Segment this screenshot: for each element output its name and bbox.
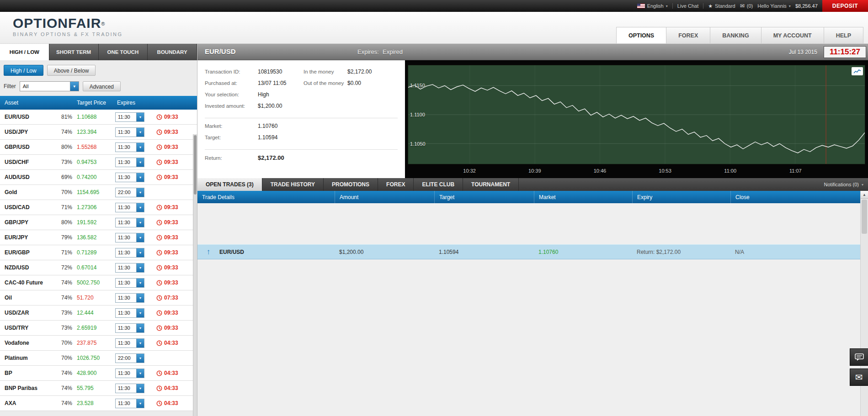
deposit-button[interactable]: DEPOSIT [822, 0, 868, 12]
messages-indicator[interactable]: ✉ (0) [740, 3, 753, 9]
asset-row-aud-usd[interactable]: AUD/USD69%0.7420011:30▼09:33 [0, 170, 197, 185]
chevron-down-icon[interactable]: ▼ [136, 158, 144, 167]
expiry-select[interactable]: 11:30▼ [115, 278, 144, 288]
column-target-price: Target Price [77, 100, 117, 106]
option-tab-one-touch[interactable]: ONE TOUCH [99, 44, 148, 60]
expiry-select[interactable]: 11:30▼ [115, 293, 144, 303]
asset-row-nzd-usd[interactable]: NZD/USD72%0.6701411:30▼09:33 [0, 260, 197, 275]
expiry-select[interactable]: 11:30▼ [115, 142, 144, 152]
filter-select[interactable]: All ▼ [20, 81, 79, 91]
contact-email-button[interactable]: ✉ [850, 369, 868, 386]
bottom-tab-forex[interactable]: FOREX [378, 178, 414, 191]
expiry-select[interactable]: 11:30▼ [115, 338, 144, 348]
option-tab-high-low[interactable]: HIGH / LOW [0, 44, 49, 60]
expiry-select[interactable]: 11:30▼ [115, 263, 144, 273]
chevron-down-icon[interactable]: ▼ [136, 279, 144, 287]
expiry-select[interactable]: 11:30▼ [115, 384, 144, 393]
asset-row-usd-zar[interactable]: USD/ZAR73%12.44411:30▼09:33 [0, 305, 197, 321]
nav-tab-help[interactable]: HELP [824, 27, 863, 43]
nav-tab-my-account[interactable]: MY ACCOUNT [761, 27, 824, 43]
nav-tab-options[interactable]: OPTIONS [616, 27, 666, 43]
bottom-tab-open-trades-3[interactable]: OPEN TRADES (3) [197, 178, 262, 191]
option-type-tabs: HIGH / LOWSHORT TERMONE TOUCHBOUNDARY [0, 44, 197, 60]
asset-price: 23.528 [77, 400, 115, 406]
expiry-select[interactable]: 11:30▼ [115, 369, 144, 378]
chevron-down-icon[interactable]: ▼ [136, 399, 144, 408]
expiry-select[interactable]: 22:00▼ [115, 188, 144, 197]
notifications-toggle[interactable]: Notifications (0) ▾ [824, 178, 863, 191]
asset-row-eur-usd[interactable]: EUR/USD81%1.1068811:30▼09:33 [0, 110, 197, 125]
user-menu[interactable]: Hello Yiannis ▾ [757, 3, 791, 9]
expiry-select[interactable]: 11:30▼ [115, 308, 144, 318]
chart-type-icon[interactable] [852, 67, 863, 75]
asset-row-platinum[interactable]: Platinum70%1026.75022:00▼ [0, 351, 197, 366]
chevron-down-icon[interactable]: ▼ [136, 339, 144, 348]
chevron-down-icon[interactable]: ▼ [136, 203, 144, 212]
scrollbar-thumb[interactable] [862, 200, 867, 234]
asset-row-gbp-jpy[interactable]: GBP/JPY80%191.59211:30▼09:33 [0, 215, 197, 230]
expiry-select[interactable]: 11:30▼ [115, 248, 144, 258]
asset-row-usd-cad[interactable]: USD/CAD71%1.2730611:30▼09:33 [0, 200, 197, 215]
scroll-up-icon[interactable]: ▲ [861, 191, 868, 199]
scrollbar-thumb[interactable] [194, 135, 197, 195]
chevron-down-icon[interactable]: ▼ [136, 263, 144, 272]
chevron-down-icon[interactable]: ▼ [136, 218, 144, 227]
asset-row-axa[interactable]: AXA74%23.52811:30▼04:33 [0, 396, 197, 411]
asset-row-gbp-usd[interactable]: GBP/USD80%1.5526811:30▼09:33 [0, 140, 197, 155]
expiry-select[interactable]: 11:30▼ [115, 203, 144, 212]
asset-row-usd-jpy[interactable]: USD/JPY74%123.39411:30▼09:33 [0, 125, 197, 140]
expiry-select[interactable]: 11:30▼ [115, 218, 144, 227]
live-chat-button[interactable] [850, 348, 868, 366]
bottom-tab-tournament[interactable]: TOURNAMENT [463, 178, 519, 191]
expiry-select[interactable]: 11:30▼ [115, 173, 144, 182]
advanced-button[interactable]: Advanced [83, 81, 121, 91]
x-axis-label: 10:32 [463, 168, 476, 174]
language-selector[interactable]: English ▾ [637, 3, 668, 9]
chevron-down-icon[interactable]: ▼ [136, 233, 144, 242]
chevron-down-icon[interactable]: ▼ [136, 248, 144, 257]
asset-row-vodafone[interactable]: Vodafone70%237.87511:30▼04:33 [0, 336, 197, 351]
open-trade-row[interactable]: ↑EUR/USD$1,200.001.105941.10760Return: $… [197, 244, 860, 259]
sidebar-scrollbar[interactable] [193, 134, 197, 416]
nav-tab-forex[interactable]: FOREX [666, 27, 710, 43]
subtab-high-low[interactable]: High / Low [4, 65, 43, 76]
chevron-down-icon[interactable]: ▼ [136, 324, 144, 332]
chevron-down-icon[interactable]: ▼ [136, 294, 144, 302]
option-tab-boundary[interactable]: BOUNDARY [148, 44, 197, 60]
chevron-down-icon[interactable]: ▼ [136, 173, 144, 182]
nav-tab-banking[interactable]: BANKING [710, 27, 761, 43]
chevron-down-icon[interactable]: ▼ [136, 188, 144, 197]
chevron-down-icon[interactable]: ▼ [136, 309, 144, 317]
chevron-down-icon[interactable]: ▼ [136, 128, 144, 137]
chevron-down-icon[interactable]: ▼ [136, 143, 144, 152]
expiry-select[interactable]: 11:30▼ [115, 399, 144, 408]
asset-row-bnp-paribas[interactable]: BNP Paribas74%55.79511:30▼04:33 [0, 381, 197, 396]
asset-row-bp[interactable]: BP74%428.90011:30▼04:33 [0, 366, 197, 381]
expiry-value: 11:30 [116, 218, 136, 227]
asset-row-oil[interactable]: Oil74%51.72011:30▼07:33 [0, 290, 197, 305]
asset-row-eur-gbp[interactable]: EUR/GBP71%0.7128911:30▼09:33 [0, 245, 197, 260]
chevron-down-icon[interactable]: ▼ [136, 369, 144, 378]
brand-logo[interactable]: OPTIONFAIR® BINARY OPTIONS & FX TRADING [13, 16, 122, 37]
bottom-tab-trade-history[interactable]: TRADE HISTORY [262, 178, 324, 191]
bottom-tab-elite-club[interactable]: ELITE CLUB [414, 178, 463, 191]
subtab-above-below[interactable]: Above / Below [47, 65, 96, 76]
asset-row-usd-chf[interactable]: USD/CHF73%0.9475311:30▼09:33 [0, 155, 197, 170]
asset-row-eur-jpy[interactable]: EUR/JPY79%136.58211:30▼09:33 [0, 230, 197, 245]
asset-row-gold[interactable]: Gold70%1154.69522:00▼ [0, 185, 197, 200]
asset-row-usd-try[interactable]: USD/TRY73%2.6591911:30▼09:33 [0, 321, 197, 336]
expiry-select[interactable]: 11:30▼ [115, 158, 144, 167]
chevron-down-icon[interactable]: ▼ [136, 113, 144, 121]
expiry-select[interactable]: 11:30▼ [115, 233, 144, 242]
chevron-down-icon[interactable]: ▼ [70, 82, 79, 91]
expiry-select[interactable]: 11:30▼ [115, 112, 144, 122]
expiry-select[interactable]: 11:30▼ [115, 127, 144, 137]
bottom-tab-promotions[interactable]: PROMOTIONS [324, 178, 378, 191]
chevron-down-icon[interactable]: ▼ [136, 354, 144, 363]
live-chat-link[interactable]: Live Chat [677, 3, 698, 9]
chevron-down-icon[interactable]: ▼ [136, 384, 144, 393]
expiry-select[interactable]: 11:30▼ [115, 323, 144, 333]
option-tab-short-term[interactable]: SHORT TERM [49, 44, 99, 60]
expiry-select[interactable]: 22:00▼ [115, 353, 144, 363]
asset-row-cac-40-future[interactable]: CAC-40 Future74%5002.75011:30▼09:33 [0, 275, 197, 290]
